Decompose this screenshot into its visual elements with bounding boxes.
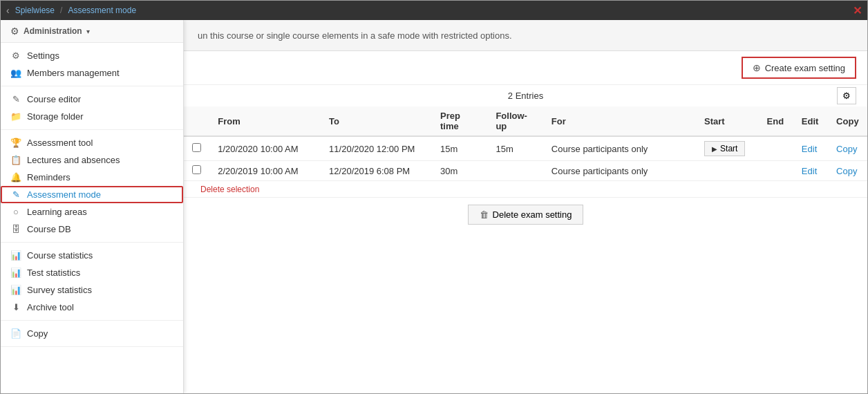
sidebar-item-learning-areas-label: Learning areas: [27, 207, 87, 217]
row1-copy-link[interactable]: Copy: [836, 144, 857, 154]
col-header-start: Start: [696, 106, 759, 136]
breadcrumb-spielwiese[interactable]: Spielwiese: [15, 6, 55, 15]
row1-from: 1/20/2020 10:00 AM: [209, 136, 321, 161]
row1-edit-cell: Edit: [793, 136, 828, 161]
table-settings-icon: ⚙: [842, 91, 851, 101]
menu-section-1: ⚙ Settings 👥 Members management: [1, 43, 183, 86]
sidebar-item-course-db-label: Course DB: [27, 224, 71, 234]
row1-start-label: Start: [720, 144, 737, 153]
sidebar-item-storage-folder-label: Storage folder: [27, 111, 84, 122]
col-header-followup: Follow-up: [487, 106, 542, 136]
settings-icon: ⚙: [10, 50, 21, 61]
sidebar: ⚙ Administration ▾ ⚙ Settings 👥 Members …: [1, 20, 184, 393]
row2-copy-cell: Copy: [828, 161, 867, 181]
sidebar-item-lectures-absences-label: Lectures and absences: [27, 155, 120, 165]
play-icon: ▶: [712, 145, 717, 153]
course-statistics-icon: 📊: [10, 250, 21, 261]
archive-tool-icon: ⬇: [10, 302, 21, 312]
close-button[interactable]: ✕: [853, 4, 862, 17]
admin-caret-icon: ▾: [86, 28, 90, 35]
sidebar-item-archive-tool-label: Archive tool: [27, 302, 74, 312]
sidebar-item-course-statistics-label: Course statistics: [27, 250, 93, 261]
col-header-copy: Copy: [828, 106, 867, 136]
sidebar-item-storage-folder[interactable]: 📁 Storage folder: [1, 108, 183, 125]
sidebar-item-course-statistics[interactable]: 📊 Course statistics: [1, 247, 183, 264]
main-area: ⚙ Administration ▾ ⚙ Settings 👥 Members …: [1, 20, 867, 393]
admin-gear-icon: ⚙: [10, 26, 19, 37]
toolbar-row: ⊕ Create exam setting: [184, 51, 867, 85]
entries-row: 2 Entries ⚙: [184, 85, 867, 106]
test-statistics-icon: 📊: [10, 268, 21, 278]
row2-for: Course participants only: [543, 161, 696, 181]
row1-for: Course participants only: [543, 136, 696, 161]
sidebar-item-copy[interactable]: 📄 Copy: [1, 325, 183, 342]
sidebar-item-settings[interactable]: ⚙ Settings: [1, 47, 183, 64]
col-header-end: End: [759, 106, 793, 136]
admin-label: Administration: [23, 26, 82, 36]
sidebar-item-lectures-absences[interactable]: 📋 Lectures and absences: [1, 151, 183, 169]
create-exam-setting-button[interactable]: ⊕ Create exam setting: [742, 57, 856, 79]
table-header-row: From To Prep time Follow-up For Start En…: [184, 106, 867, 136]
sidebar-item-course-editor-label: Course editor: [27, 94, 81, 104]
sidebar-item-settings-label: Settings: [27, 50, 59, 61]
sidebar-item-archive-tool[interactable]: ⬇ Archive tool: [1, 299, 183, 316]
menu-section-3: 🏆 Assessment tool 📋 Lectures and absence…: [1, 130, 183, 243]
col-header-to: To: [321, 106, 432, 136]
sidebar-item-assessment-mode-label: Assessment mode: [27, 189, 101, 200]
row1-checkbox[interactable]: [192, 143, 201, 152]
sidebar-item-assessment-tool[interactable]: 🏆 Assessment tool: [1, 134, 183, 151]
row2-start-cell: [696, 161, 759, 181]
sidebar-item-course-editor[interactable]: ✎ Course editor: [1, 91, 183, 108]
exam-settings-table: From To Prep time Follow-up For Start En…: [184, 106, 867, 181]
delete-exam-setting-button[interactable]: 🗑 Delete exam setting: [468, 205, 584, 225]
sidebar-item-learning-areas[interactable]: ○ Learning areas: [1, 203, 183, 221]
main-window: ‹ Spielwiese / Assessment mode ✕ ⚙ Admin…: [0, 0, 868, 394]
breadcrumb-assessment-mode[interactable]: Assessment mode: [68, 6, 136, 15]
col-header-edit: Edit: [793, 106, 828, 136]
row1-end: [759, 136, 793, 161]
sidebar-item-reminders[interactable]: 🔔 Reminders: [1, 169, 183, 186]
table-settings-button[interactable]: ⚙: [837, 87, 856, 104]
menu-section-4: 📊 Course statistics 📊 Test statistics 📊 …: [1, 243, 183, 321]
delete-selection-link[interactable]: Delete selection: [192, 182, 267, 197]
row1-edit-link[interactable]: Edit: [802, 144, 817, 154]
row2-end: [759, 161, 793, 181]
lectures-icon: 📋: [10, 155, 21, 165]
row1-copy-cell: Copy: [828, 136, 867, 161]
sidebar-item-copy-label: Copy: [27, 328, 48, 339]
row2-to: 12/20/2019 6:08 PM: [321, 161, 432, 181]
copy-icon: 📄: [10, 328, 21, 339]
sidebar-item-test-statistics-label: Test statistics: [27, 268, 80, 278]
row1-prep: 15m: [432, 136, 487, 161]
course-editor-icon: ✎: [10, 94, 21, 104]
col-header-checkbox: [184, 106, 209, 136]
sidebar-item-reminders-label: Reminders: [27, 172, 70, 182]
sidebar-item-course-db[interactable]: 🗄 Course DB: [1, 221, 183, 238]
assessment-tool-icon: 🏆: [10, 138, 21, 148]
row1-to: 11/20/2020 12:00 PM: [321, 136, 432, 161]
row2-checkbox[interactable]: [192, 165, 201, 174]
table-wrapper: From To Prep time Follow-up For Start En…: [184, 106, 867, 197]
sidebar-item-test-statistics[interactable]: 📊 Test statistics: [1, 264, 183, 281]
content-header-text: un this course or single course elements…: [198, 30, 512, 41]
delete-exam-setting-label: Delete exam setting: [493, 209, 572, 220]
members-icon: 👥: [10, 68, 21, 78]
row2-edit-link[interactable]: Edit: [802, 166, 817, 176]
row1-start-button[interactable]: ▶ Start: [704, 141, 745, 156]
col-header-for: For: [543, 106, 696, 136]
entries-count: 2 Entries: [508, 91, 543, 101]
col-header-prep: Prep time: [432, 106, 487, 136]
col-header-from: From: [209, 106, 321, 136]
content-body: ⊕ Create exam setting 2 Entries ⚙: [184, 51, 867, 393]
row2-edit-cell: Edit: [793, 161, 828, 181]
row2-checkbox-cell: [184, 161, 209, 181]
sidebar-item-assessment-mode[interactable]: ✎ Assessment mode: [1, 186, 183, 203]
row2-copy-link[interactable]: Copy: [836, 166, 857, 176]
content-area: un this course or single course elements…: [184, 20, 867, 393]
row2-from: 2/20/2019 10:00 AM: [209, 161, 321, 181]
storage-folder-icon: 📁: [10, 111, 21, 122]
sidebar-item-members[interactable]: 👥 Members management: [1, 64, 183, 82]
sidebar-item-survey-statistics[interactable]: 📊 Survey statistics: [1, 281, 183, 299]
menu-section-2: ✎ Course editor 📁 Storage folder: [1, 86, 183, 130]
back-button[interactable]: ‹: [6, 5, 10, 16]
